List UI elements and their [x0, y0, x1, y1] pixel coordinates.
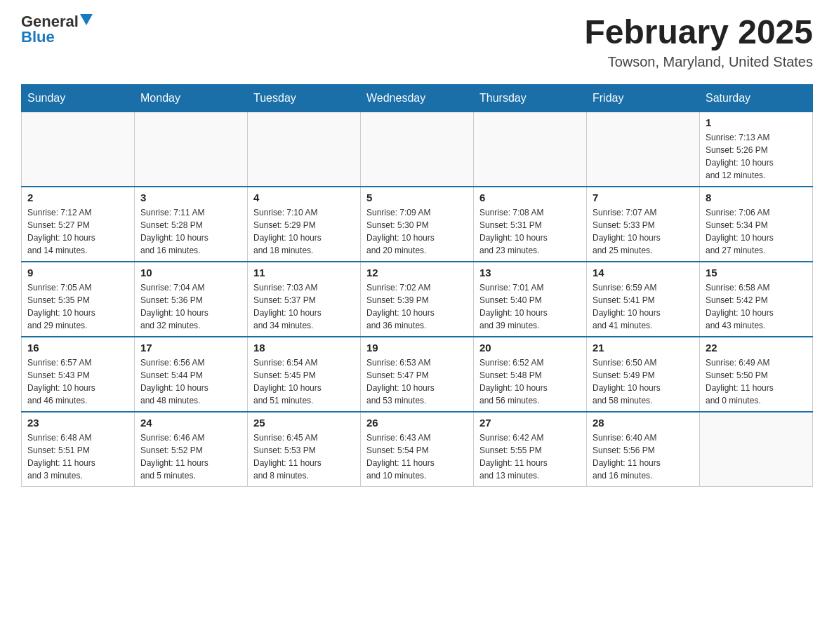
month-title: February 2025	[584, 14, 813, 51]
calendar-header-friday: Friday	[587, 84, 700, 112]
calendar-cell: 2Sunrise: 7:12 AM Sunset: 5:27 PM Daylig…	[22, 187, 135, 262]
day-info: Sunrise: 6:46 AM Sunset: 5:52 PM Dayligh…	[140, 431, 241, 482]
calendar-cell: 24Sunrise: 6:46 AM Sunset: 5:52 PM Dayli…	[135, 412, 248, 487]
calendar-cell: 11Sunrise: 7:03 AM Sunset: 5:37 PM Dayli…	[248, 262, 361, 337]
day-number: 17	[140, 342, 241, 354]
day-number: 19	[366, 342, 468, 354]
day-info: Sunrise: 7:02 AM Sunset: 5:39 PM Dayligh…	[366, 281, 468, 332]
logo-arrow-icon	[80, 14, 93, 27]
day-number: 15	[706, 267, 807, 279]
calendar-week-row: 9Sunrise: 7:05 AM Sunset: 5:35 PM Daylig…	[22, 262, 813, 337]
calendar-cell: 19Sunrise: 6:53 AM Sunset: 5:47 PM Dayli…	[361, 337, 474, 412]
calendar-cell: 26Sunrise: 6:43 AM Sunset: 5:54 PM Dayli…	[361, 412, 474, 487]
calendar-cell	[474, 112, 587, 187]
day-number: 4	[253, 192, 355, 203]
calendar-week-row: 16Sunrise: 6:57 AM Sunset: 5:43 PM Dayli…	[22, 337, 813, 412]
day-number: 18	[253, 342, 355, 354]
day-info: Sunrise: 6:59 AM Sunset: 5:41 PM Dayligh…	[593, 281, 694, 332]
day-number: 13	[479, 267, 581, 279]
day-number: 9	[27, 267, 128, 279]
day-info: Sunrise: 7:13 AM Sunset: 5:26 PM Dayligh…	[706, 131, 807, 182]
day-number: 23	[27, 417, 128, 429]
day-info: Sunrise: 6:57 AM Sunset: 5:43 PM Dayligh…	[27, 356, 128, 407]
day-info: Sunrise: 6:56 AM Sunset: 5:44 PM Dayligh…	[140, 356, 241, 407]
calendar-header-saturday: Saturday	[700, 84, 813, 112]
day-info: Sunrise: 6:40 AM Sunset: 5:56 PM Dayligh…	[593, 431, 694, 482]
day-info: Sunrise: 7:10 AM Sunset: 5:29 PM Dayligh…	[253, 206, 355, 257]
calendar-header-wednesday: Wednesday	[361, 84, 474, 112]
calendar-cell: 9Sunrise: 7:05 AM Sunset: 5:35 PM Daylig…	[22, 262, 135, 337]
calendar-cell: 22Sunrise: 6:49 AM Sunset: 5:50 PM Dayli…	[700, 337, 813, 412]
calendar-cell: 16Sunrise: 6:57 AM Sunset: 5:43 PM Dayli…	[22, 337, 135, 412]
day-info: Sunrise: 6:58 AM Sunset: 5:42 PM Dayligh…	[706, 281, 807, 332]
day-number: 26	[366, 417, 468, 429]
day-number: 20	[479, 342, 581, 354]
calendar-week-row: 1Sunrise: 7:13 AM Sunset: 5:26 PM Daylig…	[22, 112, 813, 187]
day-info: Sunrise: 6:53 AM Sunset: 5:47 PM Dayligh…	[366, 356, 468, 407]
calendar-week-row: 23Sunrise: 6:48 AM Sunset: 5:51 PM Dayli…	[22, 412, 813, 487]
calendar-cell: 20Sunrise: 6:52 AM Sunset: 5:48 PM Dayli…	[474, 337, 587, 412]
calendar-cell: 5Sunrise: 7:09 AM Sunset: 5:30 PM Daylig…	[361, 187, 474, 262]
calendar-cell: 8Sunrise: 7:06 AM Sunset: 5:34 PM Daylig…	[700, 187, 813, 262]
calendar-cell	[248, 112, 361, 187]
day-info: Sunrise: 7:09 AM Sunset: 5:30 PM Dayligh…	[366, 206, 468, 257]
calendar-cell	[700, 412, 813, 487]
calendar-cell: 23Sunrise: 6:48 AM Sunset: 5:51 PM Dayli…	[22, 412, 135, 487]
calendar-cell: 18Sunrise: 6:54 AM Sunset: 5:45 PM Dayli…	[248, 337, 361, 412]
calendar-cell: 14Sunrise: 6:59 AM Sunset: 5:41 PM Dayli…	[587, 262, 700, 337]
calendar-cell: 17Sunrise: 6:56 AM Sunset: 5:44 PM Dayli…	[135, 337, 248, 412]
day-info: Sunrise: 6:49 AM Sunset: 5:50 PM Dayligh…	[706, 356, 807, 407]
day-number: 16	[27, 342, 128, 354]
calendar-cell	[587, 112, 700, 187]
day-number: 10	[140, 267, 241, 279]
day-info: Sunrise: 6:43 AM Sunset: 5:54 PM Dayligh…	[366, 431, 468, 482]
day-info: Sunrise: 7:04 AM Sunset: 5:36 PM Dayligh…	[140, 281, 241, 332]
day-number: 6	[479, 192, 581, 203]
calendar-cell: 6Sunrise: 7:08 AM Sunset: 5:31 PM Daylig…	[474, 187, 587, 262]
calendar-cell: 3Sunrise: 7:11 AM Sunset: 5:28 PM Daylig…	[135, 187, 248, 262]
day-info: Sunrise: 7:07 AM Sunset: 5:33 PM Dayligh…	[593, 206, 694, 257]
day-info: Sunrise: 7:11 AM Sunset: 5:28 PM Dayligh…	[140, 206, 241, 257]
calendar-header-thursday: Thursday	[474, 84, 587, 112]
logo-general-text: General	[21, 14, 79, 29]
day-number: 7	[593, 192, 694, 203]
page-header: General Blue February 2025 Towson, Maryl…	[21, 14, 813, 70]
day-number: 24	[140, 417, 241, 429]
calendar-cell	[22, 112, 135, 187]
calendar-cell: 10Sunrise: 7:04 AM Sunset: 5:36 PM Dayli…	[135, 262, 248, 337]
day-info: Sunrise: 6:50 AM Sunset: 5:49 PM Dayligh…	[593, 356, 694, 407]
day-number: 27	[479, 417, 581, 429]
calendar-cell: 7Sunrise: 7:07 AM Sunset: 5:33 PM Daylig…	[587, 187, 700, 262]
logo: General Blue	[21, 14, 93, 45]
svg-marker-0	[80, 14, 93, 25]
calendar-cell	[361, 112, 474, 187]
title-block: February 2025 Towson, Maryland, United S…	[584, 14, 813, 70]
day-number: 14	[593, 267, 694, 279]
calendar-cell: 1Sunrise: 7:13 AM Sunset: 5:26 PM Daylig…	[700, 112, 813, 187]
day-number: 22	[706, 342, 807, 354]
calendar-cell: 21Sunrise: 6:50 AM Sunset: 5:49 PM Dayli…	[587, 337, 700, 412]
day-info: Sunrise: 6:52 AM Sunset: 5:48 PM Dayligh…	[479, 356, 581, 407]
day-info: Sunrise: 7:05 AM Sunset: 5:35 PM Dayligh…	[27, 281, 128, 332]
calendar-table: SundayMondayTuesdayWednesdayThursdayFrid…	[21, 84, 813, 487]
day-info: Sunrise: 7:08 AM Sunset: 5:31 PM Dayligh…	[479, 206, 581, 257]
day-number: 11	[253, 267, 355, 279]
calendar-cell	[135, 112, 248, 187]
calendar-header-monday: Monday	[135, 84, 248, 112]
day-info: Sunrise: 7:01 AM Sunset: 5:40 PM Dayligh…	[479, 281, 581, 332]
calendar-cell: 28Sunrise: 6:40 AM Sunset: 5:56 PM Dayli…	[587, 412, 700, 487]
day-info: Sunrise: 6:54 AM Sunset: 5:45 PM Dayligh…	[253, 356, 355, 407]
day-number: 1	[706, 116, 807, 128]
day-number: 21	[593, 342, 694, 354]
day-info: Sunrise: 6:45 AM Sunset: 5:53 PM Dayligh…	[253, 431, 355, 482]
calendar-header-tuesday: Tuesday	[248, 84, 361, 112]
day-number: 12	[366, 267, 468, 279]
day-info: Sunrise: 6:48 AM Sunset: 5:51 PM Dayligh…	[27, 431, 128, 482]
calendar-cell: 13Sunrise: 7:01 AM Sunset: 5:40 PM Dayli…	[474, 262, 587, 337]
calendar-cell: 15Sunrise: 6:58 AM Sunset: 5:42 PM Dayli…	[700, 262, 813, 337]
location-text: Towson, Maryland, United States	[584, 54, 813, 70]
day-number: 5	[366, 192, 468, 203]
calendar-header-row: SundayMondayTuesdayWednesdayThursdayFrid…	[22, 84, 813, 112]
day-number: 25	[253, 417, 355, 429]
day-info: Sunrise: 7:12 AM Sunset: 5:27 PM Dayligh…	[27, 206, 128, 257]
